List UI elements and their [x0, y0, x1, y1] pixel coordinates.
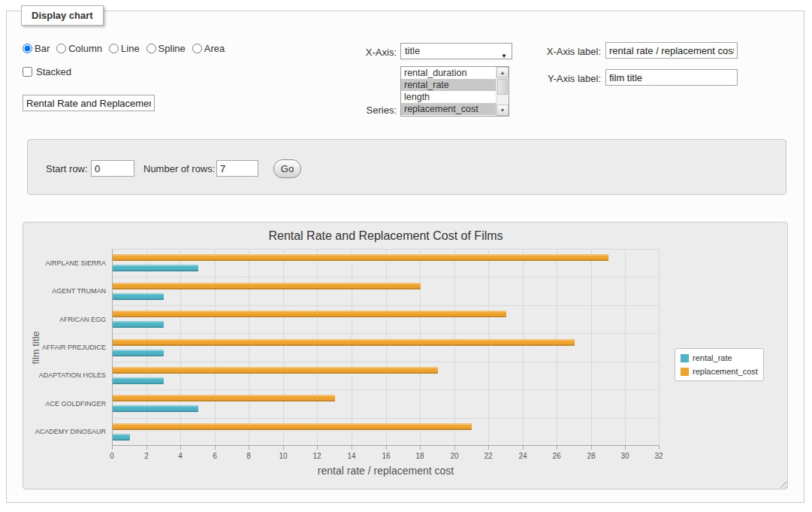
scrollbar-track	[497, 95, 509, 105]
scrollbar-up-icon[interactable]: ▲	[497, 67, 509, 78]
category-label-academy-dinosaur: ACADEMY DINOSAUR	[23, 428, 106, 435]
axis-tick-18	[420, 446, 421, 450]
plot-area	[112, 249, 660, 446]
start-row-input[interactable]	[91, 160, 134, 177]
gridline-y-4	[112, 362, 660, 362]
axis-tick-0	[112, 446, 113, 450]
x-tick-label-26: 26	[545, 452, 568, 460]
legend-item-replacement-cost[interactable]: replacement_cost	[681, 367, 758, 376]
gridline-x-24	[523, 249, 524, 446]
bar-rental-rate-african-egg[interactable]	[113, 321, 164, 328]
x-axis-select-label: X-Axis:	[321, 47, 397, 58]
series-option-rental-duration[interactable]: rental_duration	[401, 67, 496, 79]
chart-type-radio-spline[interactable]	[146, 44, 156, 53]
series-multiselect[interactable]: rental_durationrental_ratelengthreplacem…	[400, 66, 509, 117]
legend-label: replacement_cost	[693, 367, 758, 376]
axis-tick-32	[659, 446, 660, 450]
axis-tick-6	[215, 446, 216, 450]
gridline-y-1	[112, 277, 660, 277]
gridline-x-32	[659, 249, 660, 446]
x-tick-label-28: 28	[580, 452, 602, 460]
x-tick-label-30: 30	[614, 452, 636, 460]
bar-replacement-cost-adaptation-holes[interactable]	[113, 367, 438, 374]
chart-type-option-bar[interactable]: Bar	[23, 43, 50, 54]
bar-rental-rate-affair-prejudice[interactable]	[113, 350, 164, 356]
chart-type-radio-bar[interactable]	[23, 44, 32, 53]
scrollbar-thumb[interactable]	[497, 79, 508, 95]
legend-swatch-replacement-cost	[681, 368, 689, 376]
chart-type-radio-area[interactable]	[192, 44, 202, 53]
gridline-x-30	[625, 249, 626, 446]
chart-type-option-column[interactable]: Column	[56, 43, 102, 54]
x-axis-label-input[interactable]	[605, 42, 738, 59]
axis-tick-16	[386, 446, 387, 450]
category-label-affair-prejudice: AFFAIR PREJUDICE	[23, 344, 106, 351]
x-axis-select[interactable]: title ▼	[400, 43, 512, 59]
listbox-scrollbar[interactable]: ▲ ▼	[496, 67, 509, 116]
chart-type-radio-group: BarColumnLineSplineArea	[23, 43, 225, 54]
x-tick-label-22: 22	[477, 452, 500, 460]
scrollbar-down-icon[interactable]: ▼	[497, 105, 509, 116]
bar-rental-rate-adaptation-holes[interactable]	[113, 377, 164, 384]
x-tick-label-8: 8	[237, 452, 260, 460]
bar-replacement-cost-agent-truman[interactable]	[113, 283, 421, 289]
series-list-label: Series:	[321, 105, 397, 116]
axis-tick-30	[625, 446, 626, 450]
bar-rental-rate-ace-goldfinger[interactable]	[113, 405, 198, 412]
resize-grip-icon[interactable]	[777, 479, 786, 488]
gridline-x-16	[386, 249, 387, 446]
series-option-replacement-cost[interactable]: replacement_cost	[401, 103, 496, 115]
gridline-y-5	[112, 389, 660, 390]
bar-replacement-cost-airplane-sierra[interactable]	[113, 254, 608, 261]
chart-type-label: Line	[121, 43, 140, 54]
gridline-x-8	[249, 249, 249, 446]
bar-replacement-cost-african-egg[interactable]	[113, 311, 506, 317]
x-tick-label-4: 4	[169, 452, 192, 460]
category-label-ace-goldfinger: ACE GOLDFINGER	[23, 400, 106, 407]
bar-replacement-cost-affair-prejudice[interactable]	[113, 339, 575, 346]
stacked-option: Stacked	[23, 66, 71, 77]
stacked-label: Stacked	[36, 66, 71, 77]
axis-tick-14	[352, 446, 352, 450]
gridline-x-22	[488, 249, 489, 446]
fieldset-legend: Display chart	[21, 5, 104, 26]
chart-type-option-spline[interactable]: Spline	[146, 43, 186, 54]
axis-tick-8	[249, 446, 249, 450]
gridline-x-18	[420, 249, 421, 446]
legend-item-rental-rate[interactable]: rental_rate	[681, 353, 758, 362]
category-label-adaptation-holes: ADAPTATION HOLES	[23, 371, 106, 379]
category-label-airplane-sierra: AIRPLANE SIERRA	[23, 259, 106, 267]
axis-tick-28	[591, 446, 592, 450]
chart-type-radio-column[interactable]	[56, 44, 66, 53]
chart-type-radio-line[interactable]	[109, 44, 119, 53]
x-axis-title: rental rate / replacement cost	[112, 465, 660, 477]
chart-type-option-area[interactable]: Area	[192, 43, 225, 54]
x-tick-label-2: 2	[135, 452, 158, 460]
bar-replacement-cost-ace-goldfinger[interactable]	[113, 395, 335, 401]
bar-rental-rate-airplane-sierra[interactable]	[113, 265, 198, 271]
x-tick-label-10: 10	[272, 452, 294, 460]
gridline-x-0	[112, 249, 113, 446]
bar-rental-rate-academy-dinosaur[interactable]	[113, 434, 130, 441]
chart-title-input[interactable]	[23, 95, 155, 111]
go-button[interactable]: Go	[273, 159, 301, 178]
chart-legend: rental_ratereplacement_cost	[675, 348, 764, 381]
chart-title: Rental Rate and Replacement Cost of Film…	[112, 229, 660, 243]
number-of-rows-input[interactable]	[216, 160, 258, 177]
x-axis-selected-value: title	[405, 45, 420, 56]
chart-type-label: Bar	[35, 43, 50, 54]
series-option-length[interactable]: length	[401, 91, 496, 103]
axis-tick-12	[317, 446, 318, 450]
bar-rental-rate-agent-truman[interactable]	[113, 293, 164, 300]
x-tick-label-24: 24	[512, 452, 534, 460]
gridline-x-12	[317, 249, 318, 446]
y-axis-label-input[interactable]	[605, 69, 738, 86]
bar-replacement-cost-academy-dinosaur[interactable]	[113, 423, 472, 430]
x-tick-label-6: 6	[204, 452, 226, 460]
chart-type-label: Area	[204, 43, 225, 54]
series-option-rental-rate[interactable]: rental_rate	[401, 79, 496, 91]
x-tick-label-16: 16	[375, 452, 397, 460]
chart-type-option-line[interactable]: Line	[109, 43, 140, 54]
stacked-checkbox[interactable]	[23, 67, 32, 77]
x-axis-label-label: X-Axis label:	[524, 46, 601, 57]
